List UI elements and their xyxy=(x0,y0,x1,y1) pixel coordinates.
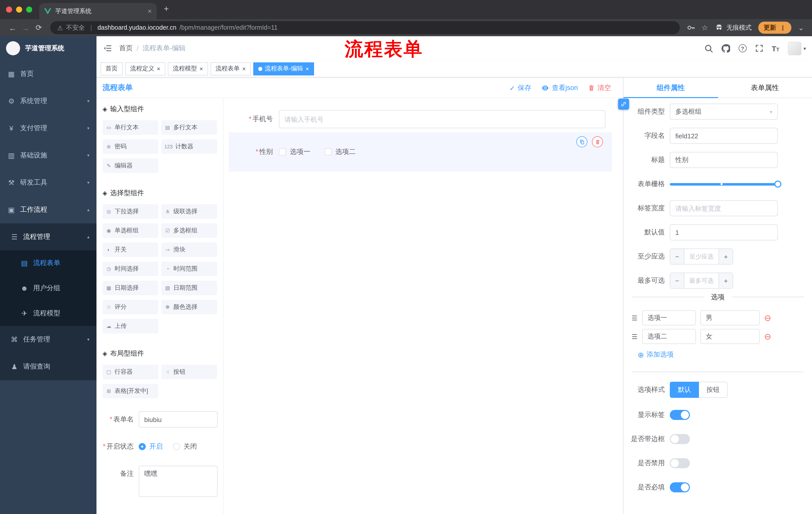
style-button-button[interactable]: 按钮 xyxy=(699,382,728,398)
palette-chip-editor[interactable]: ✎编辑器 xyxy=(103,158,158,173)
palette-chip-checkbox-group[interactable]: ☑多选框组 xyxy=(161,223,217,238)
palette-chip-time-picker[interactable]: ◷时间选择 xyxy=(103,262,158,276)
palette-chip-switch[interactable]: ◐开关 xyxy=(103,242,158,257)
palette-chip-slider[interactable]: ⊸滑块 xyxy=(161,242,217,257)
hamburger-icon[interactable] xyxy=(96,44,119,52)
sidebar-logo[interactable]: 芋道管理系统 xyxy=(0,36,96,60)
form-name-input[interactable] xyxy=(139,411,218,428)
increase-button[interactable]: + xyxy=(719,273,733,288)
font-size-icon[interactable]: TT xyxy=(772,44,779,53)
reload-button[interactable]: ⟳ xyxy=(32,23,45,32)
sidebar-item-infrastructure[interactable]: ▥ 基础设施 ▾ xyxy=(0,142,96,169)
palette-chip-rate[interactable]: ☆评分 xyxy=(103,300,158,314)
view-json-button[interactable]: 查看json xyxy=(541,83,578,92)
show-label-toggle[interactable] xyxy=(670,410,690,420)
option-value-input[interactable] xyxy=(700,310,759,325)
tag-home[interactable]: 首页 xyxy=(100,62,123,75)
close-icon[interactable]: × xyxy=(200,65,203,72)
save-button[interactable]: ✓ 保存 xyxy=(510,83,531,92)
browser-tab[interactable]: 芋道管理系统 × xyxy=(39,3,157,19)
clear-button[interactable]: 清空 xyxy=(588,83,611,92)
sidebar-item-home[interactable]: ▦ 首页 xyxy=(0,60,96,87)
sidebar-item-user-group[interactable]: ☻ 用户分组 xyxy=(0,276,96,301)
option-value-input[interactable] xyxy=(700,329,759,344)
breadcrumb-home[interactable]: 首页 xyxy=(119,44,133,53)
palette-chip-multi-text[interactable]: ▤多行文本 xyxy=(161,120,217,135)
help-icon[interactable]: ? xyxy=(738,44,747,52)
github-icon[interactable] xyxy=(721,44,730,53)
delete-component-button[interactable] xyxy=(592,136,603,147)
copy-component-button[interactable] xyxy=(576,136,587,147)
title-input[interactable] xyxy=(670,152,778,168)
min-select-input[interactable]: 至少应选 xyxy=(685,249,719,264)
forward-button[interactable]: → xyxy=(19,23,32,32)
sidebar-item-leave-query[interactable]: ♟ 请假查询 xyxy=(0,353,96,380)
palette-chip-table[interactable]: ⊞表格[开发中] xyxy=(103,384,158,398)
back-button[interactable]: ← xyxy=(6,23,19,32)
palette-chip-color-picker[interactable]: ☸颜色选择 xyxy=(161,300,217,314)
form-canvas[interactable]: *手机号 *性别 选项一 选项二 xyxy=(224,98,623,514)
gender-option-2-checkbox[interactable]: 选项二 xyxy=(324,147,356,156)
tab-close-icon[interactable]: × xyxy=(148,7,152,15)
window-zoom-button[interactable] xyxy=(26,6,32,12)
tab-form-props[interactable]: 表单属性 xyxy=(718,78,812,98)
palette-chip-counter[interactable]: 123计数器 xyxy=(161,139,217,154)
disabled-toggle[interactable] xyxy=(670,458,690,468)
default-value-input[interactable] xyxy=(670,224,778,240)
drag-handle-icon[interactable]: ☰ xyxy=(632,333,637,340)
border-toggle[interactable] xyxy=(670,434,690,444)
update-button[interactable]: 更新 ⋮ xyxy=(758,22,792,34)
security-label[interactable]: 不安全 xyxy=(66,23,85,32)
palette-chip-password[interactable]: ⊛密码 xyxy=(103,139,158,154)
palette-chip-single-text[interactable]: ▭单行文本 xyxy=(103,120,158,135)
tag-process-definition[interactable]: 流程定义 × xyxy=(125,62,165,75)
increase-button[interactable]: + xyxy=(719,249,733,264)
palette-chip-upload[interactable]: ☁上传 xyxy=(103,319,158,333)
remark-textarea[interactable]: 嘿嘿 xyxy=(139,466,218,497)
new-tab-button[interactable]: + xyxy=(164,4,169,14)
add-option-button[interactable]: ⊕ 添加选项 xyxy=(638,350,812,360)
address-bar[interactable]: ⚠ 不安全 | dashboard.yudao.iocoder.cn /bpm/… xyxy=(50,21,680,34)
window-close-button[interactable] xyxy=(6,6,12,12)
close-icon[interactable]: × xyxy=(157,65,160,72)
label-width-input[interactable] xyxy=(670,200,778,216)
search-icon[interactable] xyxy=(704,44,713,53)
remove-option-icon[interactable]: ⊖ xyxy=(764,314,771,322)
tag-process-form[interactable]: 流程表单 × xyxy=(210,62,251,75)
palette-chip-date-range[interactable]: ▧日期范围 xyxy=(161,281,217,295)
sidebar-item-workflow[interactable]: ▣ 工作流程 ▴ xyxy=(0,196,96,223)
field-name-input[interactable] xyxy=(670,128,778,144)
sidebar-item-process-mgmt[interactable]: ☰ 流程管理 ▴ xyxy=(0,223,96,250)
fullscreen-icon[interactable] xyxy=(755,44,763,52)
gender-option-1-checkbox[interactable]: 选项一 xyxy=(279,147,310,156)
tag-process-model[interactable]: 流程模型 × xyxy=(168,62,208,75)
canvas-field-phone[interactable]: *手机号 xyxy=(229,110,623,128)
phone-input[interactable] xyxy=(279,110,606,128)
tag-process-form-edit[interactable]: 流程表单-编辑 × xyxy=(253,62,314,75)
form-grid-slider[interactable] xyxy=(670,176,778,192)
palette-chip-radio-group[interactable]: ◉单选框组 xyxy=(103,223,158,238)
status-on-radio[interactable]: 开启 xyxy=(139,442,163,451)
sidebar-item-dev-tools[interactable]: ⚒ 研发工具 ▾ xyxy=(0,169,96,196)
required-toggle[interactable] xyxy=(670,482,690,492)
max-select-input[interactable]: 最多可选 xyxy=(685,273,719,288)
sidebar-item-process-form[interactable]: ▤ 流程表单 xyxy=(0,250,96,276)
palette-chip-select[interactable]: ◎下拉选择 xyxy=(103,204,158,219)
sidebar-item-task-mgmt[interactable]: ⌘ 任务管理 ▾ xyxy=(0,326,96,353)
profile-caret-icon[interactable]: ⌄ xyxy=(798,24,804,32)
palette-chip-row-container[interactable]: ▢行容器 xyxy=(103,364,158,379)
window-minimize-button[interactable] xyxy=(16,6,22,12)
bookmark-star-icon[interactable]: ☆ xyxy=(701,24,708,32)
canvas-field-gender-selected[interactable]: *性别 选项一 选项二 xyxy=(229,132,612,171)
sidebar-item-payment-mgmt[interactable]: ¥ 支付管理 ▾ xyxy=(0,115,96,142)
style-default-button[interactable]: 默认 xyxy=(670,382,699,398)
status-off-radio[interactable]: 关闭 xyxy=(173,442,197,451)
palette-chip-cascader[interactable]: ⋔级联选择 xyxy=(161,204,217,219)
palette-chip-time-range[interactable]: ◔时间范围 xyxy=(161,262,217,276)
decrease-button[interactable]: − xyxy=(670,249,685,264)
component-type-select[interactable]: 多选框组 ▾ xyxy=(670,104,778,120)
remove-option-icon[interactable]: ⊖ xyxy=(764,332,771,341)
sidebar-item-process-model[interactable]: ✈ 流程模型 xyxy=(0,301,96,326)
slider-handle[interactable] xyxy=(774,181,781,188)
close-icon[interactable]: × xyxy=(306,65,309,72)
